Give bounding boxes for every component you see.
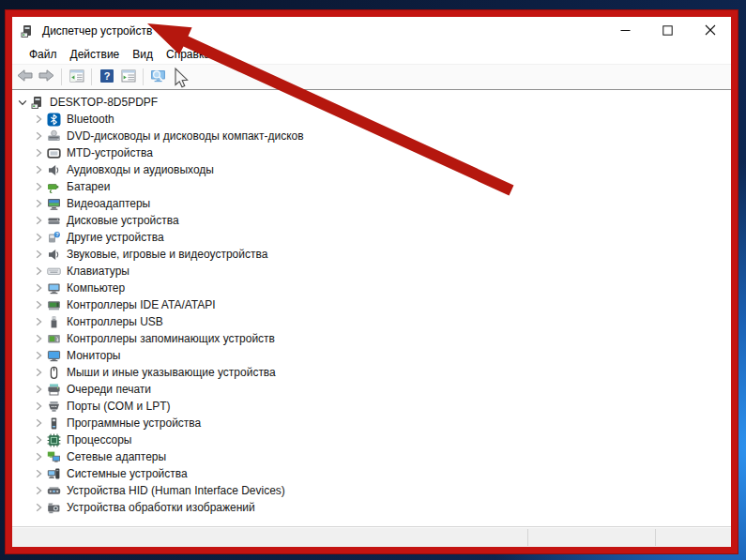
tree-item-label: Контроллеры запоминающих устройств bbox=[67, 332, 275, 345]
mouse-icon bbox=[47, 366, 61, 380]
back-button[interactable] bbox=[15, 67, 35, 87]
usb-controller-icon bbox=[47, 315, 61, 329]
toolbar-separator bbox=[61, 68, 62, 85]
chevron-collapsed-icon[interactable] bbox=[31, 131, 47, 141]
maximize-button[interactable] bbox=[647, 17, 689, 45]
chevron-collapsed-icon[interactable] bbox=[31, 300, 47, 310]
chevron-expanded-icon[interactable] bbox=[14, 98, 30, 107]
chevron-collapsed-icon[interactable] bbox=[31, 452, 47, 462]
close-button[interactable] bbox=[689, 17, 731, 45]
ports-icon bbox=[47, 400, 61, 414]
disk-drive-icon bbox=[47, 214, 61, 228]
tree-row[interactable]: Мониторы bbox=[12, 347, 731, 364]
tree-row[interactable]: Очереди печати bbox=[12, 381, 731, 398]
title-bar[interactable]: Диспетчер устройств bbox=[12, 17, 731, 45]
tree-item-label: Видеоадаптеры bbox=[67, 197, 150, 210]
tree-item-label: Мыши и иные указывающие устройства bbox=[67, 366, 276, 379]
menu-file[interactable]: Файл bbox=[29, 45, 64, 64]
show-action-pane-button[interactable] bbox=[118, 67, 138, 87]
window-controls bbox=[604, 17, 731, 45]
tree-row[interactable]: Дисковые устройства bbox=[12, 212, 731, 229]
minimize-icon bbox=[620, 24, 631, 38]
tree-root-row[interactable]: DESKTOP-8D5PDPF bbox=[12, 94, 731, 111]
tree-row[interactable]: Устройства обработки изображений bbox=[12, 499, 731, 516]
computer-root-icon bbox=[30, 96, 44, 110]
chevron-collapsed-icon[interactable] bbox=[31, 486, 47, 495]
tree-item-label: Порты (COM и LPT) bbox=[67, 400, 171, 413]
help-button[interactable]: ? bbox=[97, 67, 116, 87]
menu-view[interactable]: Вид bbox=[126, 45, 160, 64]
arrow-forward-icon bbox=[38, 68, 54, 85]
scan-hardware-icon bbox=[150, 68, 167, 86]
chevron-collapsed-icon[interactable] bbox=[31, 435, 47, 445]
chevron-collapsed-icon[interactable] bbox=[31, 250, 47, 259]
tree-row[interactable]: Клавиатуры bbox=[12, 263, 731, 280]
menu-action[interactable]: Действие bbox=[64, 45, 127, 64]
keyboard-icon bbox=[47, 265, 61, 279]
chevron-collapsed-icon[interactable] bbox=[31, 233, 47, 242]
tree-row[interactable]: Контроллеры USB bbox=[12, 313, 731, 330]
chevron-collapsed-icon[interactable] bbox=[31, 368, 47, 377]
chevron-collapsed-icon[interactable] bbox=[31, 148, 47, 158]
chevron-collapsed-icon[interactable] bbox=[31, 165, 47, 174]
tree-row[interactable]: Аудиовходы и аудиовыходы bbox=[12, 161, 731, 178]
tree-row[interactable]: Bluetooth bbox=[12, 111, 731, 128]
tree-row[interactable]: Контроллеры запоминающих устройств bbox=[12, 330, 731, 347]
tree-row[interactable]: Программные устройства bbox=[12, 415, 731, 431]
chevron-collapsed-icon[interactable] bbox=[31, 114, 47, 124]
tree-item-label: Дисковые устройства bbox=[67, 214, 179, 227]
menu-help[interactable]: Справка bbox=[160, 45, 217, 64]
tree-row[interactable]: Мыши и иные указывающие устройства bbox=[12, 364, 731, 381]
bluetooth-icon bbox=[47, 113, 61, 127]
chevron-collapsed-icon[interactable] bbox=[31, 401, 47, 411]
tree-row[interactable]: DVD-дисководы и дисководы компакт-дисков bbox=[12, 128, 731, 144]
chevron-collapsed-icon[interactable] bbox=[31, 418, 47, 428]
tree-item-label: Другие устройства bbox=[67, 231, 164, 244]
chevron-collapsed-icon[interactable] bbox=[31, 469, 47, 478]
status-pane-divider bbox=[527, 529, 528, 546]
toolbar: ? bbox=[12, 65, 731, 90]
scan-hardware-changes-button[interactable] bbox=[148, 67, 168, 87]
tree-row[interactable]: Контроллеры IDE ATA/ATAPI bbox=[12, 296, 731, 313]
chevron-collapsed-icon[interactable] bbox=[31, 317, 47, 326]
tree-row[interactable]: Порты (COM и LPT) bbox=[12, 398, 731, 415]
tree-row[interactable]: MTD-устройства bbox=[12, 144, 731, 161]
tree-row[interactable]: Батареи bbox=[12, 178, 731, 195]
close-icon bbox=[705, 24, 716, 38]
annotation-red-frame: Диспетчер устройств ФайлДействиеВидСправ… bbox=[5, 9, 738, 554]
arrow-back-icon bbox=[17, 68, 33, 85]
tree-row[interactable]: Системные устройства bbox=[12, 465, 731, 482]
chevron-collapsed-icon[interactable] bbox=[31, 283, 47, 293]
chevron-collapsed-icon[interactable] bbox=[31, 334, 47, 343]
forward-button[interactable] bbox=[37, 67, 56, 87]
chevron-collapsed-icon[interactable] bbox=[31, 216, 47, 225]
tree-row[interactable]: Устройства HID (Human Interface Devices) bbox=[12, 482, 731, 499]
chevron-collapsed-icon[interactable] bbox=[31, 385, 47, 394]
minimize-button[interactable] bbox=[604, 17, 647, 45]
maximize-icon bbox=[662, 24, 673, 38]
window-title: Диспетчер устройств bbox=[42, 24, 152, 38]
chevron-collapsed-icon[interactable] bbox=[31, 503, 47, 512]
tree-row[interactable]: Компьютер bbox=[12, 280, 731, 296]
software-device-icon bbox=[47, 416, 61, 431]
storage-controller-icon bbox=[47, 332, 61, 346]
toolbar-separator bbox=[143, 68, 144, 85]
tree-row[interactable]: Процессоры bbox=[12, 431, 731, 448]
console-tree-icon bbox=[69, 68, 84, 86]
chevron-collapsed-icon[interactable] bbox=[31, 199, 47, 208]
chevron-collapsed-icon[interactable] bbox=[31, 182, 47, 191]
audio-endpoint-icon bbox=[47, 163, 61, 177]
svg-text:?: ? bbox=[55, 232, 58, 237]
tree-row[interactable]: Сетевые адаптеры bbox=[12, 448, 731, 465]
tree-item-label: Контроллеры IDE ATA/ATAPI bbox=[67, 298, 216, 311]
tree-row[interactable]: Звуковые, игровые и видеоустройства bbox=[12, 246, 731, 263]
show-console-tree-button[interactable] bbox=[67, 67, 86, 87]
tree-row[interactable]: ?Другие устройства bbox=[12, 229, 731, 246]
svg-text:?: ? bbox=[103, 70, 110, 82]
tree-row[interactable]: Видеоадаптеры bbox=[12, 195, 731, 212]
chevron-collapsed-icon[interactable] bbox=[31, 351, 47, 360]
status-bar bbox=[12, 526, 731, 547]
device-tree: DESKTOP-8D5PDPFBluetoothDVD-дисководы и … bbox=[12, 90, 731, 527]
ide-controller-icon bbox=[47, 298, 61, 312]
chevron-collapsed-icon[interactable] bbox=[31, 266, 47, 276]
